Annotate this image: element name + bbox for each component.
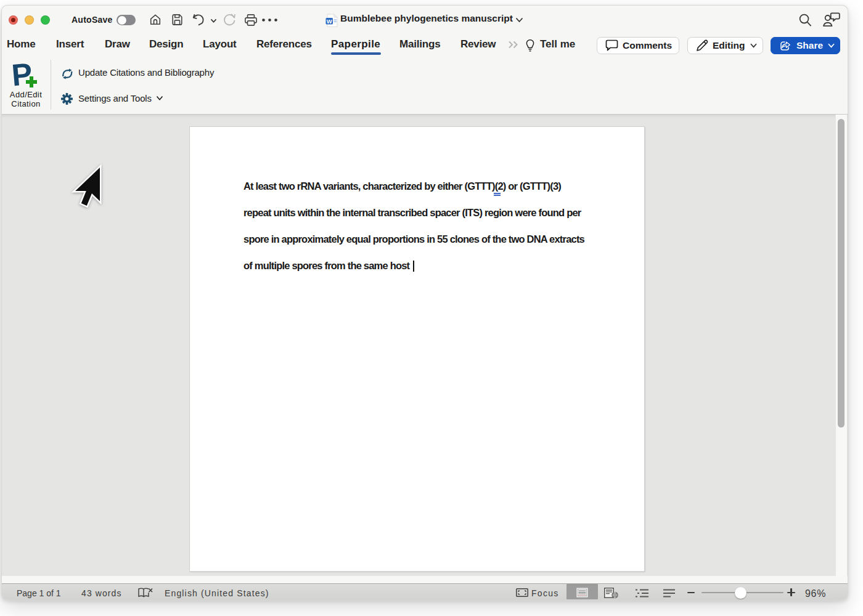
svg-text:W: W — [327, 18, 332, 25]
